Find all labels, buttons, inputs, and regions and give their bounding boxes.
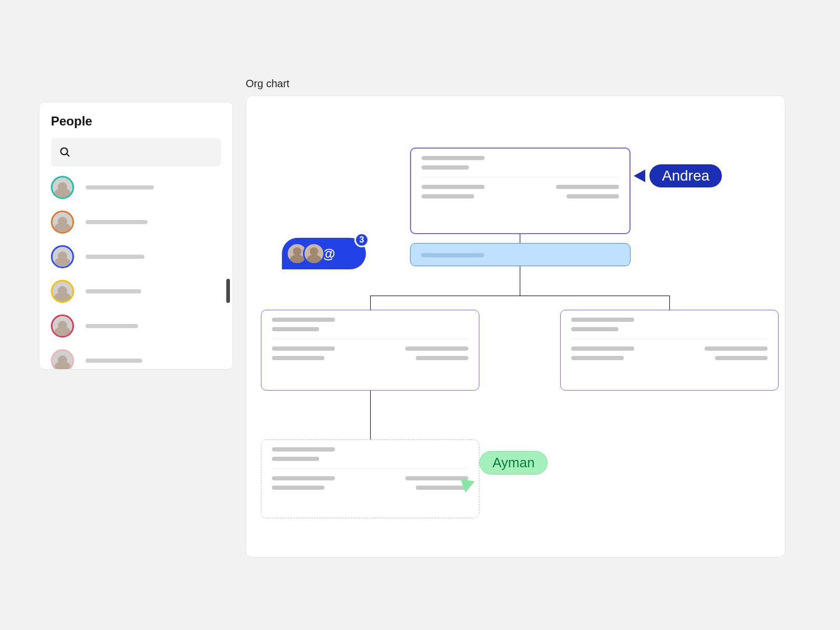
connector: [520, 234, 520, 243]
placeholder-line: [422, 194, 474, 198]
person-row[interactable]: [51, 176, 221, 199]
placeholder-line: [272, 476, 335, 480]
avatar: [51, 349, 74, 370]
comment-count-badge: 3: [354, 233, 369, 247]
people-panel-title: People: [51, 114, 221, 129]
org-chart-canvas[interactable]: Andrea Ayman @ 3: [246, 96, 785, 558]
org-node-subheader[interactable]: [410, 243, 631, 266]
placeholder-line: [566, 194, 619, 198]
people-panel: People: [39, 102, 233, 370]
search-input[interactable]: [51, 138, 221, 166]
svg-line-1: [67, 154, 69, 156]
avatar: [51, 245, 74, 268]
placeholder-line: [571, 327, 618, 331]
canvas-title: Org chart: [246, 78, 289, 90]
placeholder-line: [422, 185, 485, 189]
scrollbar-thumb[interactable]: [226, 279, 230, 303]
placeholder-line: [86, 359, 142, 363]
placeholder-line: [556, 185, 619, 189]
placeholder-line: [86, 255, 144, 259]
placeholder-line: [571, 356, 624, 360]
placeholder-line: [422, 156, 485, 160]
placeholder-line: [405, 346, 468, 351]
placeholder-line: [272, 327, 319, 331]
collaborator-cursor-andrea: Andrea: [634, 164, 722, 187]
search-field[interactable]: [76, 147, 213, 158]
avatar: [51, 280, 74, 303]
connector: [669, 296, 670, 310]
placeholder-line: [86, 185, 154, 190]
org-node-child-left[interactable]: [261, 310, 479, 391]
collaborator-cursor-ayman: Ayman: [479, 451, 548, 475]
collaborator-name-label: Ayman: [479, 451, 548, 475]
person-row[interactable]: [51, 245, 221, 268]
placeholder-line: [571, 346, 634, 351]
avatar: [51, 314, 74, 338]
connector: [370, 391, 371, 439]
placeholder-line: [422, 165, 469, 170]
collaborator-name-label: Andrea: [649, 164, 722, 187]
connector: [370, 296, 669, 296]
placeholder-line: [571, 318, 634, 322]
placeholder-line: [416, 356, 468, 360]
placeholder-line: [272, 346, 335, 351]
placeholder-line: [86, 324, 138, 328]
placeholder-line: [715, 356, 768, 360]
search-icon: [59, 146, 71, 158]
avatar: [303, 243, 325, 265]
avatar: [51, 211, 74, 234]
person-row[interactable]: [51, 280, 221, 303]
placeholder-line: [272, 457, 319, 461]
comment-thread-bubble[interactable]: @ 3: [282, 238, 366, 269]
placeholder-line: [272, 356, 324, 360]
org-node-root[interactable]: [410, 148, 631, 234]
connector: [370, 296, 371, 310]
placeholder-line: [272, 318, 335, 322]
org-node-child-right[interactable]: [560, 310, 779, 391]
placeholder-line: [86, 220, 148, 224]
placeholder-line: [405, 476, 468, 480]
placeholder-line: [86, 289, 141, 293]
people-list: [51, 176, 221, 370]
placeholder-line: [705, 346, 768, 351]
connector: [520, 266, 520, 296]
placeholder-line: [421, 253, 484, 257]
person-row[interactable]: [51, 314, 221, 338]
person-row[interactable]: [51, 211, 221, 234]
placeholder-line: [272, 486, 324, 490]
avatar: [51, 176, 74, 199]
placeholder-line: [416, 486, 468, 490]
cursor-arrow-icon: [634, 170, 645, 182]
person-row[interactable]: [51, 349, 221, 370]
placeholder-line: [272, 447, 335, 452]
org-node-draft[interactable]: [261, 439, 479, 518]
